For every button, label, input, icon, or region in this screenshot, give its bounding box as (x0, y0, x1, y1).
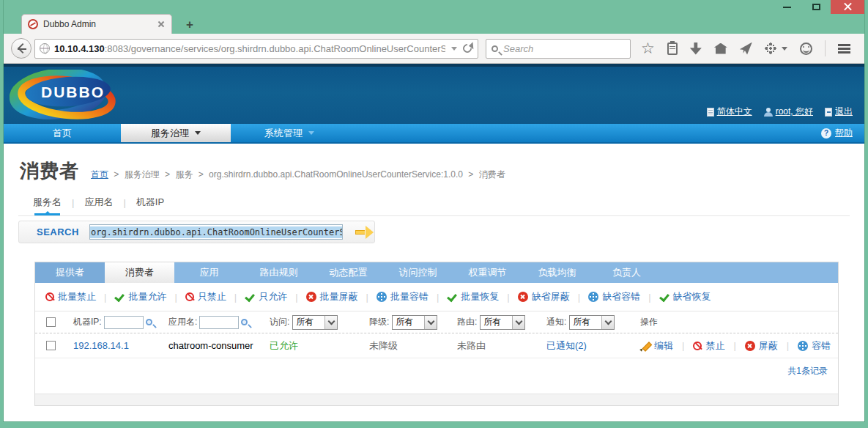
browser-search-input[interactable] (503, 43, 613, 54)
ip-search-icon[interactable] (146, 319, 152, 325)
forbid-icon (45, 292, 54, 301)
select-arrow-icon (512, 316, 524, 329)
browser-tab[interactable]: Dubbo Admin (21, 14, 172, 34)
toolbar-separator (825, 40, 826, 56)
notify-status-link[interactable]: 已通知(2) (546, 339, 587, 353)
user-icon (764, 108, 773, 117)
filter-ip-label: 机器IP: (73, 316, 102, 328)
tab-load-balance[interactable]: 负载均衡 (522, 262, 592, 283)
back-button[interactable] (11, 38, 31, 59)
feedback-smiley-icon[interactable] (800, 43, 812, 55)
toolbar-icons: ☆ (641, 40, 850, 56)
app-name-input[interactable] (199, 316, 239, 329)
check-icon (245, 292, 255, 302)
browser-search-bar[interactable] (486, 39, 631, 59)
tab-weight-adjust[interactable]: 权重调节 (453, 262, 522, 283)
tab-application[interactable]: 应用 (174, 262, 244, 283)
bookmarks-menu-icon[interactable] (667, 43, 678, 55)
minimize-button[interactable] (772, 0, 801, 14)
batch-recover-button[interactable]: 批量恢复 (447, 290, 499, 303)
tab-dynamic-config[interactable]: 动态配置 (314, 262, 383, 283)
service-search-block: SEARCH org.shirdrn.dubbo.api.ChatRoomOnl… (18, 221, 375, 243)
only-forbid-button[interactable]: 只禁止 (185, 290, 226, 303)
pencil-icon (640, 341, 650, 351)
select-all-checkbox[interactable] (46, 317, 56, 327)
edit-button[interactable]: 编辑 (640, 339, 673, 353)
new-tab-button[interactable]: + (179, 18, 200, 32)
nav-item-governance[interactable]: 服务治理 (121, 124, 231, 142)
url-host: 10.10.4.130 (54, 43, 105, 54)
user-greeting[interactable]: root, 您好 (764, 106, 813, 118)
consumer-ip-link[interactable]: 192.168.14.1 (73, 340, 129, 351)
forbid-button[interactable]: 禁止 (693, 339, 724, 353)
browser-toolbar: 10.10.4.130:8083/governance/services/org… (4, 34, 864, 64)
batch-tolerant-button[interactable]: 批量容错 (376, 290, 429, 303)
breadcrumb: 首页 > 服务治理 > 服务 > org.shirdrn.dubbo.api.C… (91, 169, 505, 181)
route-status: 未路由 (457, 339, 486, 353)
default-shield-button[interactable]: 缺省屏蔽 (518, 290, 570, 303)
default-tolerant-button[interactable]: 缺省容错 (588, 290, 640, 303)
help-link[interactable]: ?帮助 (821, 124, 864, 142)
subtab-app-name[interactable]: 应用名 (84, 196, 113, 213)
row-checkbox[interactable] (46, 341, 56, 350)
maximize-button[interactable] (801, 0, 831, 14)
tolerant-button[interactable]: 容错 (798, 339, 831, 353)
nav-item-system[interactable]: 系统管理 (231, 124, 348, 142)
subtab-machine-ip[interactable]: 机器IP (136, 196, 164, 213)
breadcrumb-current: 消费者 (479, 169, 505, 180)
extension-caret-icon[interactable] (782, 47, 787, 51)
shield-x-icon (745, 341, 755, 351)
degrade-select[interactable]: 所有 (392, 315, 437, 330)
tab-consumer[interactable]: 消费者 (105, 262, 174, 283)
logout-link[interactable]: 退出 (825, 106, 853, 118)
window-titlebar[interactable]: Dubbo Admin + (4, 0, 864, 34)
pocket-icon[interactable] (740, 43, 752, 55)
tolerant-gear-icon (588, 292, 598, 302)
check-icon (114, 292, 125, 302)
machine-ip-input[interactable] (104, 316, 144, 329)
tab-close-icon[interactable] (157, 20, 166, 29)
tab-routing-rule[interactable]: 路由规则 (244, 262, 314, 283)
logout-door-icon (825, 108, 832, 117)
tab-access-control[interactable]: 访问控制 (383, 262, 453, 283)
nav-item-home[interactable]: 首页 (4, 124, 121, 142)
url-bar[interactable]: 10.10.4.130:8083/governance/services/org… (34, 39, 478, 59)
only-allow-button[interactable]: 只允许 (245, 290, 287, 303)
search-go-button[interactable] (353, 225, 374, 240)
language-link[interactable]: 简体中文 (707, 106, 752, 118)
tab-owner[interactable]: 负责人 (592, 262, 661, 283)
filter-route-label: 路由: (457, 316, 477, 328)
app-search-icon[interactable] (241, 319, 248, 325)
home-icon[interactable] (714, 43, 727, 54)
url-dropdown-icon[interactable] (451, 47, 457, 51)
breadcrumb-home-link[interactable]: 首页 (91, 169, 108, 180)
dubbo-logo[interactable]: DUBBO (10, 70, 121, 124)
shield-button[interactable]: 屏蔽 (745, 339, 778, 353)
access-select[interactable]: 所有 (292, 315, 338, 330)
check-icon (659, 292, 669, 302)
title-row: 消费者 首页 > 服务治理 > 服务 > org.shirdrn.dubbo.a… (20, 158, 864, 184)
filter-access-label: 访问: (270, 316, 289, 328)
batch-shield-button[interactable]: 批量屏蔽 (306, 290, 358, 303)
bookmark-star-icon[interactable]: ☆ (641, 41, 655, 56)
batch-allow-button[interactable]: 批量允许 (114, 290, 166, 303)
route-select[interactable]: 所有 (480, 315, 525, 330)
dubbo-favicon-icon (28, 19, 38, 29)
default-recover-button[interactable]: 缺省恢复 (659, 290, 711, 303)
close-button[interactable] (831, 0, 864, 14)
filter-app-label: 应用名: (168, 316, 197, 328)
breadcrumb-governance: 服务治理 (125, 169, 160, 180)
batch-action-bar: 批量禁止 | 批量允许 | 只禁止 | 只允许 | 批量屏蔽 | 批量容错 | … (35, 283, 838, 311)
access-status: 已允许 (270, 339, 298, 353)
tab-provider[interactable]: 提供者 (35, 262, 105, 283)
reload-icon[interactable] (461, 43, 474, 55)
help-icon: ? (821, 128, 831, 139)
downloads-icon[interactable] (690, 43, 702, 55)
notify-select[interactable]: 所有 (569, 315, 615, 330)
service-search-input[interactable]: org.shirdrn.dubbo.api.ChatRoomOnlineUser… (89, 224, 343, 240)
extension-icon[interactable] (765, 43, 776, 54)
url-text[interactable]: 10.10.4.130:8083/governance/services/org… (54, 43, 445, 54)
batch-forbid-button[interactable]: 批量禁止 (45, 290, 96, 303)
menu-hamburger-icon[interactable] (838, 44, 850, 54)
subtab-service-name[interactable]: 服务名 (33, 196, 62, 213)
